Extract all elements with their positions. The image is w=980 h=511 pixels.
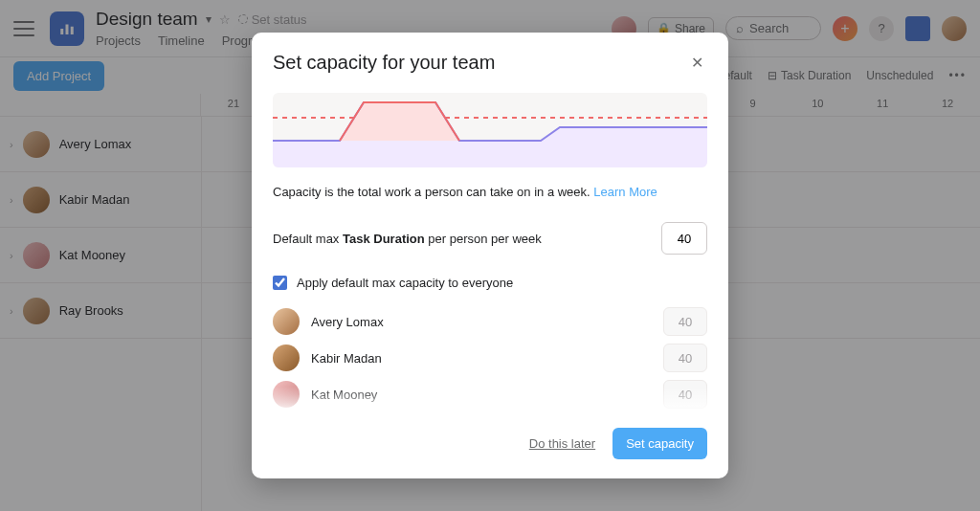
- avatar: [273, 344, 300, 371]
- member-row: Avery Lomax: [273, 307, 707, 336]
- modal-footer: Do this later Set capacity: [252, 413, 728, 478]
- default-capacity-row: Default max Task Duration per person per…: [273, 222, 707, 255]
- do-later-link[interactable]: Do this later: [529, 436, 595, 451]
- default-capacity-label: Default max Task Duration per person per…: [273, 232, 542, 246]
- apply-all-row: Apply default max capacity to everyone: [273, 276, 707, 290]
- member-name: Avery Lomax: [311, 315, 652, 329]
- apply-all-label: Apply default max capacity to everyone: [297, 276, 513, 290]
- member-capacity-input: [663, 307, 707, 336]
- description-text: Capacity is the total work a person can …: [273, 185, 593, 199]
- learn-more-link[interactable]: Learn More: [593, 185, 657, 199]
- modal-title: Set capacity for your team: [273, 52, 495, 74]
- default-capacity-input[interactable]: [661, 222, 707, 255]
- member-name: Kabir Madan: [311, 351, 652, 366]
- close-icon[interactable]: ✕: [687, 50, 707, 76]
- capacity-modal: Set capacity for your team ✕ Capacity is…: [252, 33, 728, 478]
- capacity-chart: [273, 93, 707, 167]
- capacity-description: Capacity is the total work a person can …: [273, 185, 707, 199]
- modal-header: Set capacity for your team ✕: [252, 33, 728, 83]
- scroll-fade: [252, 387, 728, 413]
- set-capacity-button[interactable]: Set capacity: [612, 428, 707, 459]
- member-row: Kabir Madan: [273, 344, 707, 372]
- avatar: [273, 308, 300, 335]
- apply-all-checkbox[interactable]: [273, 276, 287, 290]
- modal-overlay[interactable]: Set capacity for your team ✕ Capacity is…: [0, 0, 980, 511]
- modal-body: Capacity is the total work a person can …: [252, 83, 728, 413]
- member-capacity-input: [663, 344, 707, 372]
